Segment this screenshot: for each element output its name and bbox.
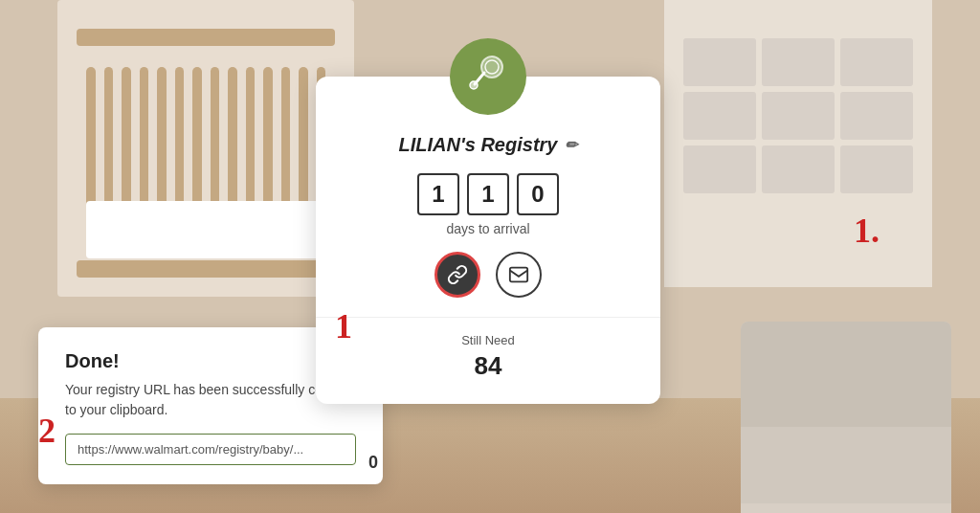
- day-digit-2: 1: [467, 173, 509, 215]
- svg-point-3: [470, 81, 478, 89]
- registry-avatar: [450, 38, 526, 115]
- day-digit-3: 0: [517, 173, 559, 215]
- stat-still-need: Still Need 84: [433, 333, 544, 381]
- crib-image: [57, 0, 354, 297]
- notification-url: https://www.walmart.com/registry/baby/..…: [65, 434, 356, 465]
- registry-avatar-wrapper: [316, 38, 660, 115]
- day-digit-1: 1: [417, 173, 459, 215]
- action-buttons: [316, 252, 660, 298]
- registry-stats: Still Need 84: [316, 317, 660, 381]
- registry-title: LILIAN's Registry ✏: [316, 134, 660, 156]
- rattle-icon: [467, 52, 509, 102]
- svg-rect-4: [510, 268, 527, 282]
- crib-mattress: [86, 201, 325, 258]
- step-1-right-label: 1.: [854, 211, 880, 251]
- notification-message: Your registry URL has been successfully …: [65, 380, 356, 420]
- crib-frame-bottom: [77, 260, 335, 278]
- days-label: days to arrival: [316, 221, 660, 236]
- notification-title: Done!: [65, 350, 356, 372]
- purchased-value: 0: [316, 453, 431, 473]
- edit-icon[interactable]: ✏: [565, 136, 577, 154]
- step-1-left-label: 1: [335, 306, 352, 346]
- step-2-label: 2: [38, 411, 56, 451]
- still-need-value: 84: [461, 351, 515, 381]
- still-need-label: Still Need: [461, 333, 515, 347]
- crib-frame-top: [77, 29, 335, 46]
- registry-card: LILIAN's Registry ✏ 1 1 0 days to arriva…: [316, 77, 660, 404]
- armchair-image: [741, 322, 951, 513]
- email-button[interactable]: [496, 252, 542, 298]
- dresser-image: [664, 0, 932, 287]
- copy-link-button[interactable]: [434, 252, 480, 298]
- days-counter: 1 1 0: [316, 173, 660, 215]
